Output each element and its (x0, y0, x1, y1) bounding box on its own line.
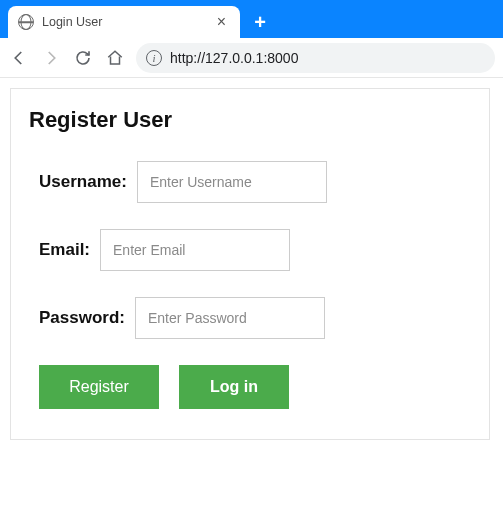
password-label: Password: (39, 308, 125, 328)
username-input[interactable] (137, 161, 327, 203)
address-bar[interactable]: i http://127.0.0.1:8000 (136, 43, 495, 73)
home-button[interactable] (104, 47, 126, 69)
close-tab-icon[interactable]: × (213, 13, 230, 31)
button-row: Register Log in (39, 365, 471, 409)
url-text: http://127.0.0.1:8000 (170, 50, 485, 66)
page-title: Register User (29, 107, 471, 133)
browser-toolbar: i http://127.0.0.1:8000 (0, 38, 503, 78)
forward-button[interactable] (40, 47, 62, 69)
browser-tab-strip: Login User × + (0, 0, 503, 38)
browser-tab[interactable]: Login User × (8, 6, 240, 38)
login-button[interactable]: Log in (179, 365, 289, 409)
register-card: Register User Username: Email: Password:… (10, 88, 490, 440)
email-label: Email: (39, 240, 90, 260)
username-label: Username: (39, 172, 127, 192)
email-input[interactable] (100, 229, 290, 271)
password-row: Password: (39, 297, 471, 339)
back-button[interactable] (8, 47, 30, 69)
page-viewport: Register User Username: Email: Password:… (0, 78, 503, 450)
username-row: Username: (39, 161, 471, 203)
site-info-icon[interactable]: i (146, 50, 162, 66)
globe-icon (18, 14, 34, 30)
tab-title: Login User (42, 15, 213, 29)
new-tab-button[interactable]: + (246, 8, 274, 36)
reload-button[interactable] (72, 47, 94, 69)
register-button[interactable]: Register (39, 365, 159, 409)
password-input[interactable] (135, 297, 325, 339)
email-row: Email: (39, 229, 471, 271)
